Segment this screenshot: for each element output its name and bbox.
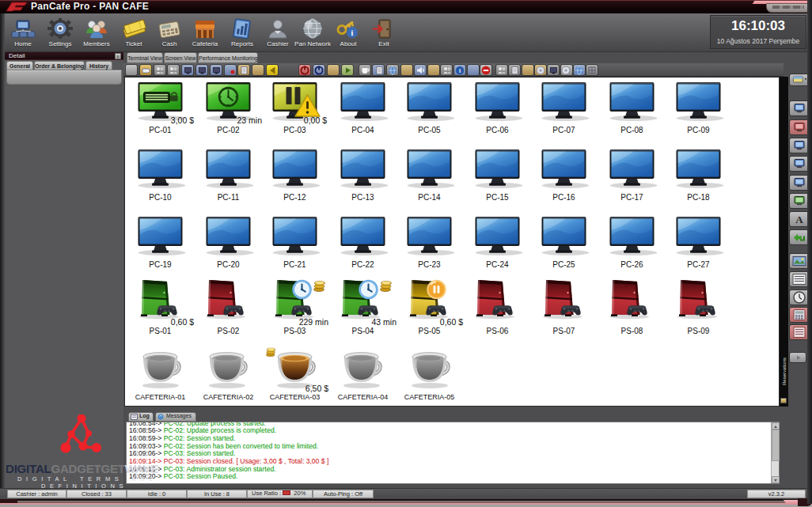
svg-text:i: i xyxy=(459,67,461,74)
svg-text:A: A xyxy=(795,214,803,225)
svg-text:i: i xyxy=(351,28,354,37)
